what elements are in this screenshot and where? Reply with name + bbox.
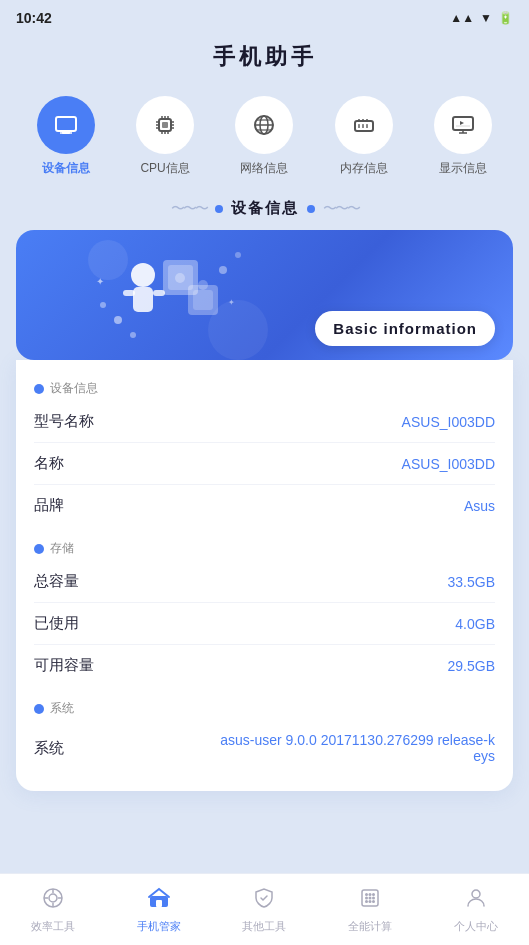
svg-rect-36 [133,287,153,312]
bottom-label-manager: 手机管家 [137,919,181,934]
svg-point-68 [369,900,372,903]
svg-point-67 [365,900,368,903]
memory-icon [335,96,393,154]
svg-point-69 [372,900,375,903]
banner-card: ✦ ✦ Basic information [16,230,513,360]
signal-icon: ▲▲ [450,11,474,25]
svg-rect-0 [56,117,76,131]
device-section-label: 设备信息 [34,380,495,397]
section-title: 设备信息 [231,199,299,218]
nav-item-memory[interactable]: 内存信息 [329,96,399,177]
divider-dot-right [307,205,315,213]
divider-dot-left [215,205,223,213]
info-key: 品牌 [34,496,64,515]
svg-rect-24 [362,124,364,128]
svg-point-61 [365,893,368,896]
svg-point-63 [372,893,375,896]
svg-point-65 [369,896,372,899]
bottom-item-tools[interactable]: 效率工具 [23,886,83,934]
skill-icon [252,886,276,916]
table-row: 已使用 4.0GB [34,603,495,645]
info-val: 4.0GB [455,616,495,632]
info-key: 已使用 [34,614,79,633]
info-key: 系统 [34,739,64,758]
svg-point-43 [114,316,122,324]
info-val: 29.5GB [448,658,495,674]
nav-row: 设备信息 [0,86,529,185]
manager-icon [147,886,171,916]
profile-icon [464,886,488,916]
table-row: 可用容量 29.5GB [34,645,495,686]
svg-point-48 [175,273,185,283]
system-section: 系统 系统 asus-user 9.0.0 20171130.276299 re… [34,700,495,775]
bottom-label-calc: 全能计算 [348,919,392,934]
nav-label-cpu: CPU信息 [140,160,189,177]
status-time: 10:42 [16,10,52,26]
svg-point-47 [235,252,241,258]
device-info-section: 设备信息 型号名称 ASUS_I003DD 名称 ASUS_I003DD 品牌 … [34,380,495,526]
info-key: 可用容量 [34,656,94,675]
svg-text:✦: ✦ [96,276,104,287]
system-dot [34,704,44,714]
storage-section: 存储 总容量 33.5GB 已使用 4.0GB 可用容量 29.5GB [34,540,495,686]
svg-point-45 [100,302,106,308]
svg-rect-25 [366,124,368,128]
info-val: Asus [464,498,495,514]
bottom-item-calc[interactable]: 全能计算 [340,886,400,934]
info-key: 名称 [34,454,64,473]
info-key: 总容量 [34,572,79,591]
tools-icon [41,886,65,916]
display-icon-wrap [434,96,492,154]
table-row: 品牌 Asus [34,485,495,526]
svg-point-35 [131,263,155,287]
storage-dot [34,544,44,554]
info-card: 设备信息 型号名称 ASUS_I003DD 名称 ASUS_I003DD 品牌 … [16,360,513,791]
banner-illustration: ✦ ✦ [16,230,339,360]
svg-rect-37 [123,290,135,296]
info-val: asus-user 9.0.0 20171130.276299 release-… [218,732,495,764]
banner-svg: ✦ ✦ [78,230,278,360]
wavy-right: 〜〜〜 [323,200,359,218]
nav-item-device[interactable]: 设备信息 [31,96,101,177]
svg-rect-4 [162,122,168,128]
nav-item-display[interactable]: 显示信息 [428,96,498,177]
device-info-icon [37,96,95,154]
cpu-icon [136,96,194,154]
section-divider: 〜〜〜 设备信息 〜〜〜 [0,199,529,218]
status-icons: ▲▲ ▼ 🔋 [450,11,513,25]
svg-point-53 [49,894,57,902]
svg-point-46 [219,266,227,274]
device-dot [34,384,44,394]
storage-section-label: 存储 [34,540,495,557]
nav-item-network[interactable]: 网络信息 [229,96,299,177]
svg-point-33 [88,240,128,280]
table-row: 系统 asus-user 9.0.0 20171130.276299 relea… [34,721,495,775]
info-key: 型号名称 [34,412,94,431]
svg-point-70 [472,890,480,898]
table-row: 型号名称 ASUS_I003DD [34,401,495,443]
svg-rect-42 [193,290,213,310]
nav-label-memory: 内存信息 [340,160,388,177]
info-val: 33.5GB [448,574,495,590]
nav-label-device: 设备信息 [42,160,90,177]
bottom-nav: 效率工具 手机管家 其他工具 [0,873,529,945]
table-row: 名称 ASUS_I003DD [34,443,495,485]
bottom-item-skill[interactable]: 其他工具 [234,886,294,934]
nav-item-cpu[interactable]: CPU信息 [130,96,200,177]
bottom-item-manager[interactable]: 手机管家 [129,886,189,934]
bottom-item-profile[interactable]: 个人中心 [446,886,506,934]
svg-rect-23 [358,124,360,128]
svg-point-62 [369,893,372,896]
bottom-label-profile: 个人中心 [454,919,498,934]
calc-icon [358,886,382,916]
wavy-left: 〜〜〜 [171,200,207,218]
app-title: 手机助手 [0,42,529,72]
svg-point-49 [198,280,208,290]
system-section-label: 系统 [34,700,495,717]
status-bar: 10:42 ▲▲ ▼ 🔋 [0,0,529,36]
network-icon [235,96,293,154]
svg-point-44 [130,332,136,338]
bottom-label-tools: 效率工具 [31,919,75,934]
svg-text:✦: ✦ [228,298,235,307]
app-header: 手机助手 [0,36,529,86]
